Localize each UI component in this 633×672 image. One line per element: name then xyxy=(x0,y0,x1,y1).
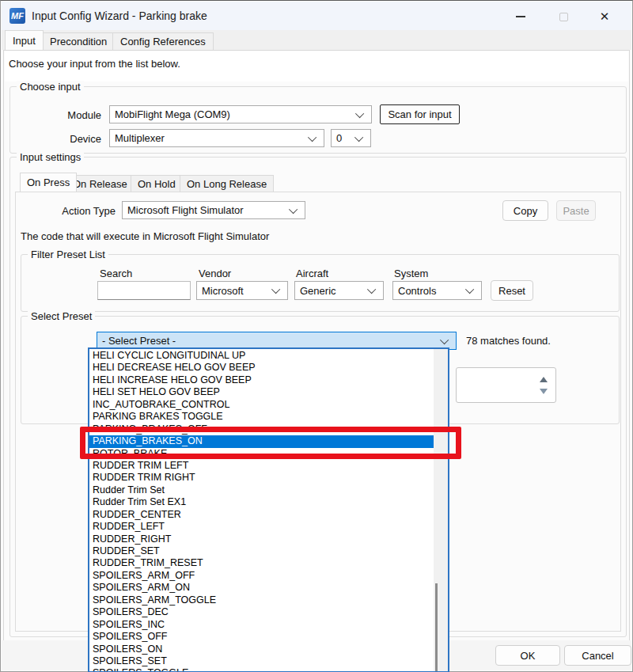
module-combobox[interactable]: MobiFlight Mega (COM9) xyxy=(109,105,372,123)
system-value: Controls xyxy=(393,285,468,297)
preset-list-item[interactable]: SPOILERS_ARM_ON xyxy=(89,582,434,594)
preset-list-item[interactable]: SPOILERS_SET xyxy=(89,655,434,667)
scrollbar-thumb[interactable] xyxy=(435,583,438,671)
spinner-down-icon[interactable] xyxy=(540,389,548,394)
choose-input-legend: Choose input xyxy=(17,81,84,93)
preset-list-item[interactable]: RUDDER TRIM LEFT xyxy=(89,460,434,472)
annotation-highlight-rectangle xyxy=(80,427,461,459)
preset-list-items: HELI CYCLIC LONGITUDINAL UPHELI DECREASE… xyxy=(89,350,434,672)
vendor-label: Vendor xyxy=(199,268,231,279)
tab-input[interactable]: Input xyxy=(5,30,44,50)
cancel-button[interactable]: Cancel xyxy=(564,645,631,666)
matches-found-text: 78 matches found. xyxy=(466,335,551,347)
reset-button[interactable]: Reset xyxy=(491,280,533,301)
select-preset-value: - Select Preset - xyxy=(97,335,442,347)
maximize-icon xyxy=(559,13,568,21)
search-label: Search xyxy=(100,268,132,279)
aircraft-value: Generic xyxy=(295,285,370,297)
maximize-button xyxy=(548,6,579,27)
ok-button[interactable]: OK xyxy=(495,645,560,666)
tab-on-long-release[interactable]: On Long Release xyxy=(180,175,274,192)
device-combobox[interactable]: Multiplexer xyxy=(109,129,324,147)
preset-list-item[interactable]: SPOILERS_OFF xyxy=(89,631,434,643)
system-combobox[interactable]: Controls xyxy=(392,281,482,300)
preset-list-item[interactable]: SPOILERS_DEC xyxy=(89,606,434,618)
preset-list-item[interactable]: HELI CYCLIC LONGITUDINAL UP xyxy=(89,350,434,362)
preset-list-item[interactable]: HELI DECREASE HELO GOV BEEP xyxy=(89,362,434,374)
value-spinner[interactable] xyxy=(456,367,556,403)
code-note-text: The code that will execute in Microsoft … xyxy=(21,230,269,242)
scan-for-input-button[interactable]: Scan for input xyxy=(380,104,460,124)
minimize-button[interactable] xyxy=(505,6,536,27)
dialog-window: MF Input Config Wizard - Parking brake ✕… xyxy=(0,0,633,672)
tab-config-references[interactable]: Config References xyxy=(112,32,214,50)
preset-list-item[interactable]: RUDDER_LEFT xyxy=(89,521,434,533)
module-value: MobiFlight Mega (COM9) xyxy=(110,108,358,120)
preset-list-item[interactable]: Rudder Trim Set xyxy=(89,484,434,496)
module-label: Module xyxy=(34,109,101,121)
search-input[interactable] xyxy=(97,281,191,300)
vendor-value: Microsoft xyxy=(197,285,274,297)
system-label: System xyxy=(394,268,428,279)
preset-list-item[interactable]: PARKING BRAKES TOGGLE xyxy=(89,411,434,423)
preset-list-item[interactable]: SPOILERS_INC xyxy=(89,619,434,631)
preset-list-item[interactable]: HELI INCREASE HELO GOV BEEP xyxy=(89,374,434,386)
preset-list-item[interactable]: RUDDER_RIGHT xyxy=(89,533,434,545)
preset-list-item[interactable]: RUDDER_TRIM_RESET xyxy=(89,557,434,569)
instruction-text: Choose your input from the list below. xyxy=(5,51,628,82)
main-tab-strip: Input Precondition Config References xyxy=(2,30,631,50)
device-index-value: 0 xyxy=(332,132,357,144)
preset-list-item[interactable]: INC_AUTOBRAKE_CONTROL xyxy=(89,399,434,411)
vendor-combobox[interactable]: Microsoft xyxy=(196,281,288,300)
device-value: Multiplexer xyxy=(110,132,310,144)
filter-preset-group: Filter Preset List Search Vendor Microso… xyxy=(21,254,620,312)
action-type-value: Microsoft Flight Simulator xyxy=(123,204,291,216)
minimize-icon xyxy=(516,16,525,17)
preset-list-item[interactable]: SPOILERS_ON xyxy=(89,644,434,655)
choose-input-group: Choose input Module MobiFlight Mega (COM… xyxy=(9,86,627,154)
aircraft-combobox[interactable]: Generic xyxy=(294,281,384,300)
preset-list-item[interactable]: SPOILERS_TOGGLE xyxy=(89,667,434,672)
preset-list-item[interactable]: RUDDER TRIM RIGHT xyxy=(89,472,434,484)
title-bar: MF Input Config Wizard - Parking brake ✕ xyxy=(2,2,631,30)
select-preset-legend: Select Preset xyxy=(28,310,95,322)
app-icon: MF xyxy=(9,8,25,24)
close-button[interactable]: ✕ xyxy=(589,6,620,27)
window-title: Input Config Wizard - Parking brake xyxy=(32,9,207,22)
tab-on-press[interactable]: On Press xyxy=(20,173,77,192)
paste-button[interactable]: Paste xyxy=(556,200,596,221)
preset-list-item[interactable]: SPOILERS_ARM_TOGGLE xyxy=(89,594,434,606)
tab-on-hold[interactable]: On Hold xyxy=(131,175,183,192)
preset-list-item[interactable]: HELI SET HELO GOV BEEP xyxy=(89,386,434,398)
device-index-combobox[interactable]: 0 xyxy=(331,129,371,147)
aircraft-label: Aircraft xyxy=(296,268,328,279)
device-label: Device xyxy=(34,133,101,145)
copy-button[interactable]: Copy xyxy=(502,200,548,221)
preset-list-item[interactable]: Rudder Trim Set EX1 xyxy=(89,496,434,508)
preset-list-item[interactable]: RUDDER_SET xyxy=(89,545,434,557)
scrollbar-track[interactable] xyxy=(434,349,448,671)
filter-preset-legend: Filter Preset List xyxy=(28,249,108,260)
action-type-label: Action Type xyxy=(42,205,116,217)
input-settings-legend: Input settings xyxy=(17,151,84,163)
action-type-combobox[interactable]: Microsoft Flight Simulator xyxy=(122,201,305,219)
preset-list-item[interactable]: SPOILERS_ARM_OFF xyxy=(89,570,434,582)
spinner-up-icon[interactable] xyxy=(540,377,548,382)
preset-list-item[interactable]: RUDDER_CENTER xyxy=(89,509,434,521)
tab-precondition[interactable]: Precondition xyxy=(42,32,115,50)
preset-dropdown-list: HELI CYCLIC LONGITUDINAL UPHELI DECREASE… xyxy=(88,347,449,672)
